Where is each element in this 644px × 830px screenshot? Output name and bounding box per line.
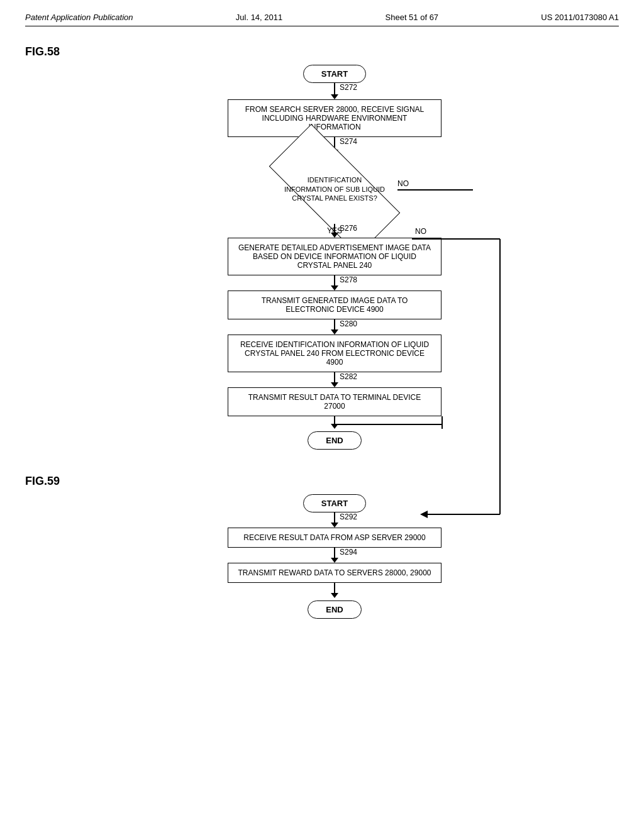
s278-box: TRANSMIT GENERATED IMAGE DATA TO ELECTRO… — [228, 290, 441, 319]
fig58-section: FIG.58 START S272 FROM SEARCH SERVER 280… — [25, 45, 619, 450]
s280-box: RECEIVE IDENTIFICATION INFORMATION OF LI… — [228, 335, 441, 372]
header-date: Jul. 14, 2011 — [236, 13, 282, 22]
fig58-start: START — [303, 65, 366, 83]
fig58-label: FIG.58 — [25, 45, 619, 58]
s272-label: S272 — [340, 83, 357, 92]
header-publication: Patent Application Publication — [25, 13, 133, 22]
s282-label: S282 — [340, 372, 357, 381]
s282-node: TRANSMIT RESULT DATA TO TERMINAL DEVICE … — [228, 387, 441, 416]
s272-node: FROM SEARCH SERVER 28000, RECEIVE SIGNAL… — [228, 99, 441, 137]
fig59-label: FIG.59 — [25, 475, 619, 488]
s274-diamond-text: IDENTIFICATION INFORMATION OF SUB LIQUID… — [284, 175, 385, 204]
s274-diamond-wrap: IDENTIFICATION INFORMATION OF SUB LIQUID… — [228, 155, 441, 224]
s278-node: TRANSMIT GENERATED IMAGE DATA TO ELECTRO… — [228, 290, 441, 319]
s294-box: TRANSMIT REWARD DATA TO SERVERS 28000, 2… — [228, 563, 441, 583]
header-sheet: Sheet 51 of 67 — [386, 13, 439, 22]
no-hline — [397, 189, 473, 191]
s280-label: S280 — [340, 319, 357, 328]
s292-node: RECEIVE RESULT DATA FROM ASP SERVER 2900… — [228, 528, 441, 548]
page: Patent Application Publication Jul. 14, … — [0, 0, 644, 830]
fig59-start: START — [303, 494, 366, 512]
s274-label: S274 — [340, 137, 357, 146]
page-header: Patent Application Publication Jul. 14, … — [25, 13, 619, 26]
s280-node: RECEIVE IDENTIFICATION INFORMATION OF LI… — [228, 335, 441, 372]
fig59-end-node: END — [308, 600, 361, 619]
s282-box: TRANSMIT RESULT DATA TO TERMINAL DEVICE … — [228, 387, 441, 416]
fig59-section: FIG.59 START S292 RECEIVE RESULT DATA FR… — [25, 475, 619, 619]
s294-label: S294 — [340, 548, 357, 556]
s276-node: GENERATE DETAILED ADVERTISEMENT IMAGE DA… — [228, 238, 441, 275]
s292-box: RECEIVE RESULT DATA FROM ASP SERVER 2900… — [228, 528, 441, 548]
header-patent: US 2011/0173080 A1 — [541, 13, 619, 22]
s278-label: S278 — [340, 275, 357, 284]
fig58-end-node: END — [308, 431, 361, 450]
fig58-end: END — [308, 431, 361, 450]
s292-label: S292 — [340, 512, 357, 521]
s276-box: GENERATE DETAILED ADVERTISEMENT IMAGE DA… — [228, 238, 441, 275]
fig59-end: END — [308, 600, 361, 619]
fig58-start-node: START — [303, 65, 366, 83]
no-label: NO — [397, 179, 409, 188]
s272-box: FROM SEARCH SERVER 28000, RECEIVE SIGNAL… — [228, 99, 441, 137]
s294-node: TRANSMIT REWARD DATA TO SERVERS 28000, 2… — [228, 563, 441, 583]
s276-label: S276 — [340, 224, 357, 233]
fig59-start-node: START — [303, 494, 366, 512]
